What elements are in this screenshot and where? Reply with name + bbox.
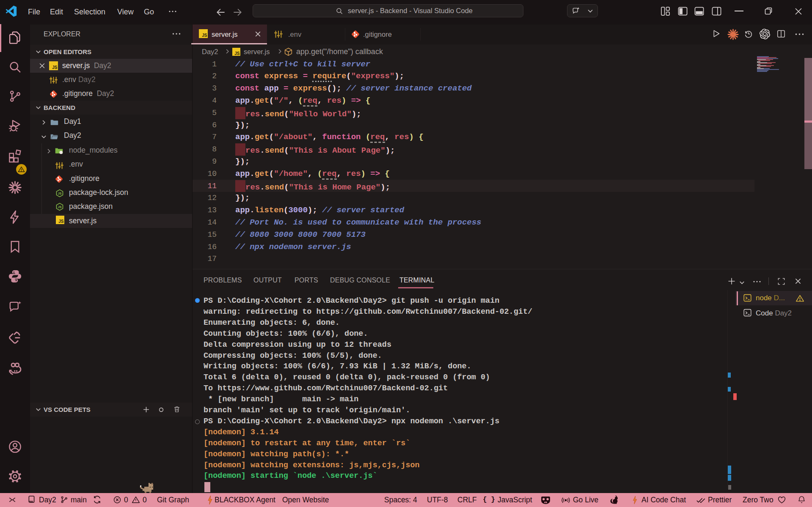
svg-text:JS: JS xyxy=(58,206,62,209)
svg-text:JS: JS xyxy=(58,192,62,195)
